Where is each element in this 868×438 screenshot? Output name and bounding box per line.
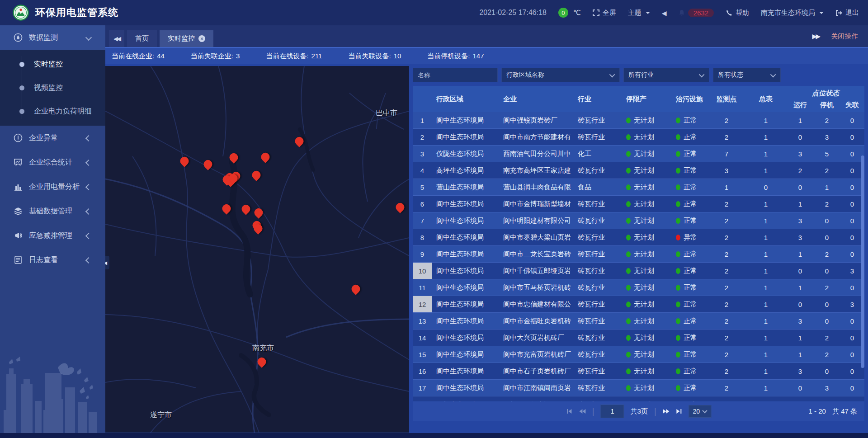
row-plan: 无计划 — [622, 279, 671, 296]
sidebar-item-emergency-reduction[interactable]: 应急减排管理 — [0, 223, 105, 248]
fullscreen-button[interactable]: 全屏 — [593, 9, 616, 17]
row-company: 阆中千佛镇五郎垭页岩 — [499, 263, 573, 279]
table-row[interactable]: 2 阆中生态环境局 阆中市南方节能建材有 砖瓦行业 无计划 正常 2 — [413, 129, 864, 146]
row-region: 阆中生态环境局 — [432, 263, 499, 279]
sidebar-item-power-analysis[interactable]: 企业用电量分析 — [0, 174, 105, 199]
row-points: 2 — [708, 380, 745, 396]
page-number-input[interactable] — [601, 405, 624, 418]
page-size-select[interactable]: 20 — [689, 405, 712, 418]
table-row[interactable]: 9 阆中生态环境局 阆中市二龙长宝页岩砖 砖瓦行业 无计划 正常 2 — [413, 246, 864, 263]
facility-status-dot — [676, 301, 680, 307]
table-row[interactable]: 14 阆中生态环境局 阆中大兴页岩机砖厂 砖瓦行业 无计划 正常 2 — [413, 330, 864, 346]
row-halt: 0 — [814, 363, 840, 379]
close-operations-button[interactable]: 关闭操作 — [831, 32, 858, 41]
table-row[interactable]: 6 阆中生态环境局 阆中市金博瑞新型墙材 砖瓦行业 无计划 正常 2 — [413, 196, 864, 212]
row-points: 2 — [708, 346, 745, 363]
mute-button[interactable] — [662, 9, 667, 17]
tabs-scroll-right-button[interactable]: ▶▶ — [812, 33, 819, 40]
fullscreen-icon — [593, 9, 599, 16]
row-run: 3 — [786, 229, 814, 245]
bullet-icon — [19, 109, 24, 114]
collapse-sidebar-button[interactable]: ◀ — [105, 256, 109, 269]
row-company: 阆中市江南镇阆南页岩 — [499, 380, 573, 396]
notifications[interactable]: 2632 — [679, 9, 714, 17]
sidebar-item-log-view[interactable]: 日志查看 — [0, 248, 105, 272]
row-halt: 2 — [814, 346, 840, 363]
stat-item: 当前失联设备: 10 — [348, 52, 401, 61]
notification-count-badge: 2632 — [688, 9, 714, 17]
industry-filter-select[interactable]: 所有行业 — [623, 68, 709, 82]
table-row[interactable]: 12 阆中生态环境局 阆中市忠信建材有限公 砖瓦行业 无计划 正常 2 — [413, 296, 864, 313]
region-filter-select[interactable]: 行政区域名称 — [501, 68, 620, 82]
table-row[interactable]: 18 南部生态环境局 南部县双华水泥有限公 建材加工 无计划 正常 6 — [413, 396, 864, 401]
row-meters: 1 — [745, 263, 786, 279]
row-run: 3 — [786, 363, 814, 379]
table-scrollbar[interactable] — [861, 155, 864, 368]
sidebar-item-video-monitor[interactable]: 视频监控 — [0, 76, 105, 99]
plan-status-dot — [626, 235, 631, 240]
first-page-button[interactable] — [566, 409, 572, 414]
table-row[interactable]: 1 阆中生态环境局 阆中强锐页岩砖厂 砖瓦行业 无计划 正常 2 — [413, 112, 864, 129]
stat-value: 44 — [157, 52, 165, 61]
row-halt: 2 — [814, 112, 840, 128]
map-panel[interactable]: 巴中市南充市遂宁市 ◀ — [105, 66, 409, 433]
row-index: 7 — [413, 212, 432, 229]
table-row[interactable]: 17 阆中生态环境局 阆中市江南镇阆南页岩 砖瓦行业 无计划 正常 2 — [413, 380, 864, 396]
table-row[interactable]: 16 阆中生态环境局 阆中市石子页岩机砖厂 砖瓦行业 无计划 正常 2 — [413, 363, 864, 380]
table-row[interactable]: 15 阆中生态环境局 阆中市光富页岩机砖厂 砖瓦行业 无计划 正常 2 — [413, 346, 864, 363]
table-row[interactable]: 13 阆中生态环境局 阆中市金福旺页岩机砖 砖瓦行业 无计划 正常 2 — [413, 313, 864, 330]
table-row[interactable]: 11 阆中生态环境局 阆中市五马桥页岩机砖 砖瓦行业 无计划 正常 2 — [413, 279, 864, 296]
bullet-icon — [19, 85, 24, 90]
row-industry: 砖瓦行业 — [573, 279, 622, 296]
row-region: 阆中生态环境局 — [432, 330, 499, 346]
row-meters: 1 — [745, 363, 786, 379]
table-row[interactable]: 4 高坪生态环境局 南充市高坪区王家店建 砖瓦行业 无计划 正常 3 — [413, 162, 864, 179]
chevron-left-icon — [85, 135, 92, 141]
sidebar-item-realtime-monitor[interactable]: 实时监控 — [0, 52, 105, 76]
org-dropdown[interactable]: 南充市生态环境局 — [761, 9, 824, 17]
sidebar-item-enterprise-statistics[interactable]: 企业综合统计 — [0, 150, 105, 174]
sidebar-item-enterprise-anomaly[interactable]: 企业异常 — [0, 126, 105, 150]
app-title: 环保用电监管系统 — [35, 6, 118, 19]
plan-status-dot — [626, 184, 631, 190]
log-document-icon — [14, 255, 23, 264]
theme-dropdown[interactable]: 主题 — [628, 9, 650, 17]
row-company: 阆中市二龙长宝页岩砖 — [499, 246, 573, 262]
chevron-left-icon — [85, 160, 92, 166]
sidebar-item-base-data[interactable]: 基础数据管理 — [0, 199, 105, 223]
name-filter-input[interactable] — [413, 68, 498, 82]
sidebar-item-data-monitoring[interactable]: 数据监测 — [0, 25, 105, 50]
row-region: 阆中生态环境局 — [432, 296, 499, 312]
help-button[interactable]: 帮助 — [726, 9, 749, 17]
facility-status-dot — [676, 184, 680, 190]
row-region: 阆中生态环境局 — [432, 380, 499, 396]
table-row[interactable]: 5 营山生态环境局 营山县润丰肉食品有限 食品 无计划 正常 1 — [413, 179, 864, 196]
bar-chart-icon — [14, 182, 23, 191]
row-company: 南充市高坪区王家店建 — [499, 162, 573, 179]
stats-bar: 当前在线企业: 44 当前失联企业: 3 当前在线设备: 211 当前失联设备:… — [105, 48, 868, 64]
tab-realtime-monitor[interactable]: 实时监控 — [160, 30, 213, 47]
last-page-button[interactable] — [676, 409, 683, 414]
status-filter-select[interactable]: 所有状态 — [713, 68, 781, 82]
table-row[interactable]: 8 阆中生态环境局 阆中市枣碧大梁山页岩 砖瓦行业 无计划 异常 2 — [413, 229, 864, 246]
tab-home[interactable]: 首页 — [127, 30, 157, 47]
plan-status-dot — [626, 251, 631, 257]
logout-button[interactable]: 退出 — [835, 9, 859, 17]
bell-icon — [679, 9, 685, 16]
next-page-button[interactable] — [663, 409, 670, 414]
table-row[interactable]: 7 阆中生态环境局 阆中明阳建材有限公司 砖瓦行业 无计划 正常 2 — [413, 212, 864, 229]
row-meters: 1 — [745, 229, 786, 245]
tabs-scroll-left-button[interactable]: ◀◀ — [109, 30, 124, 47]
stat-label: 当前停机设备: — [427, 52, 470, 61]
prev-page-button[interactable] — [579, 409, 586, 414]
table-row[interactable]: 3 仪陇生态环境局 西南油气田分公司川中 化工 无计划 正常 7 — [413, 146, 864, 162]
row-run: 0 — [786, 263, 814, 279]
row-halt: 3 — [814, 380, 840, 396]
close-tab-icon[interactable] — [198, 35, 205, 42]
row-company: 阆中市五马桥页岩机砖 — [499, 279, 573, 296]
row-plan: 无计划 — [622, 396, 671, 401]
row-region: 营山生态环境局 — [432, 179, 499, 195]
table-row[interactable]: 10 阆中生态环境局 阆中千佛镇五郎垭页岩 砖瓦行业 无计划 正常 2 — [413, 263, 864, 279]
sidebar-item-power-load-detail[interactable]: 企业电力负荷明细 — [0, 99, 105, 123]
row-facility: 正常 — [671, 380, 708, 396]
